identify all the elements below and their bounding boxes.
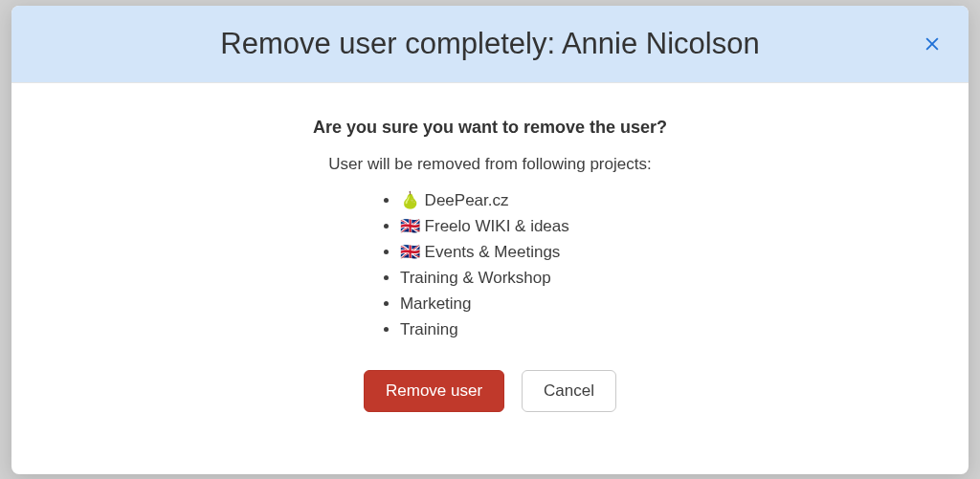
confirm-question: Are you sure you want to remove the user… [313, 118, 667, 138]
project-list-container: 🍐 DeePear.cz 🇬🇧 Freelo WIKI & ideas 🇬🇧 E… [31, 187, 949, 343]
list-item: 🇬🇧 Freelo WIKI & ideas [400, 213, 569, 239]
remove-user-button[interactable]: Remove user [364, 370, 504, 413]
list-item: 🇬🇧 Events & Meetings [400, 239, 569, 265]
project-list: 🍐 DeePear.cz 🇬🇧 Freelo WIKI & ideas 🇬🇧 E… [382, 187, 569, 343]
list-item: Training [400, 316, 569, 342]
modal-body: Are you sure you want to remove the user… [11, 83, 969, 474]
cancel-button[interactable]: Cancel [522, 370, 616, 413]
list-item: Marketing [400, 291, 569, 316]
close-icon [923, 34, 942, 54]
list-item: Training & Workshop [400, 265, 569, 291]
modal-header: Remove user completely: Annie Nicolson [11, 6, 969, 83]
modal-title: Remove user completely: Annie Nicolson [220, 27, 759, 61]
remove-user-modal: Remove user completely: Annie Nicolson A… [11, 6, 969, 474]
modal-footer: Remove user Cancel [364, 343, 616, 413]
list-item: 🍐 DeePear.cz [400, 187, 569, 213]
close-button[interactable] [917, 29, 947, 59]
remove-note: User will be removed from following proj… [328, 155, 651, 174]
